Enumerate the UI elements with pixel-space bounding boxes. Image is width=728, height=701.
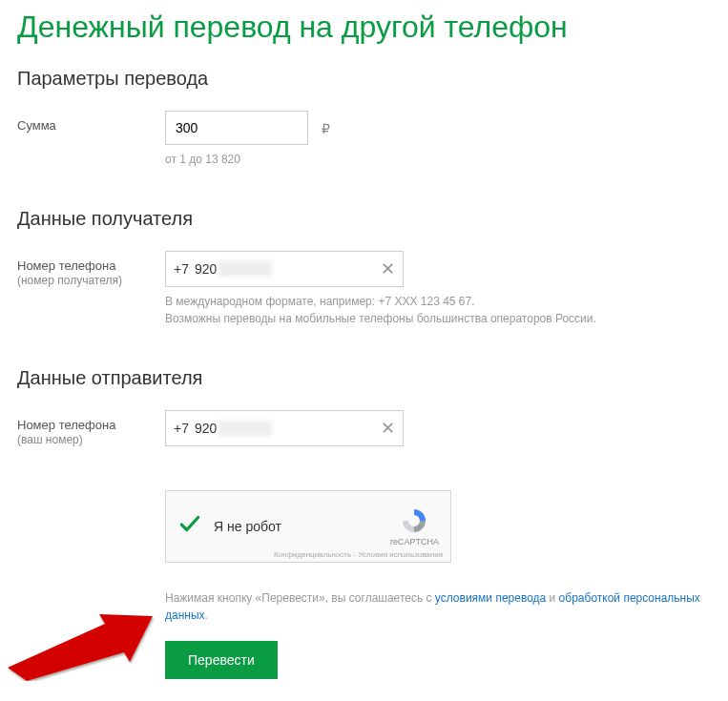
sender-phone-label: Номер телефона — [17, 418, 115, 432]
terms-link[interactable]: условиями перевода — [435, 591, 546, 605]
recipient-phone-row: Номер телефона (номер получателя) +7 920… — [17, 251, 711, 327]
redacted-blur — [218, 261, 272, 277]
submit-button[interactable]: Перевести — [165, 641, 278, 679]
section-sender-title: Данные отправителя — [17, 367, 711, 389]
recipient-phone-input[interactable]: +7 920 ✕ — [165, 251, 404, 287]
clear-icon[interactable]: ✕ — [381, 420, 395, 437]
redacted-blur — [218, 421, 272, 436]
recaptcha-widget[interactable]: Я не робот reCAPTCHA Конфиденциальность … — [165, 490, 451, 563]
amount-label: Сумма — [17, 118, 56, 133]
recipient-phone-sublabel: (номер получателя) — [17, 274, 122, 287]
checkmark-icon — [177, 511, 202, 543]
section-params-title: Параметры перевода — [17, 68, 711, 90]
recaptcha-logo: reCAPTCHA — [390, 506, 439, 546]
recaptcha-terms: Конфиденциальность - Условия использован… — [274, 550, 443, 559]
agreement-text: Нажимая кнопку «Перевести», вы соглашает… — [165, 589, 711, 624]
amount-hint: от 1 до 13 820 — [165, 151, 711, 168]
recaptcha-label: Я не робот — [214, 519, 281, 534]
phone-prefix: +7 — [174, 421, 189, 436]
phone-prefix: +7 — [174, 261, 189, 277]
ruble-icon: ₽ — [322, 121, 330, 136]
sender-phone-row: Номер телефона (ваш номер) +7 920 ✕ Я не… — [17, 410, 711, 679]
recipient-phone-label: Номер телефона — [17, 258, 115, 273]
sender-phone-value: 920 — [195, 421, 217, 436]
page-title: Денежный перевод на другой телефон — [17, 10, 711, 45]
amount-row: Сумма ₽ от 1 до 13 820 — [17, 111, 711, 168]
sender-phone-sublabel: (ваш номер) — [17, 433, 83, 446]
clear-icon[interactable]: ✕ — [381, 260, 395, 278]
recipient-phone-hint: В международном формате, например: +7 XX… — [165, 293, 711, 327]
recipient-phone-value: 920 — [195, 261, 217, 277]
sender-phone-input[interactable]: +7 920 ✕ — [165, 410, 404, 446]
amount-input[interactable] — [165, 111, 308, 145]
section-recipient-title: Данные получателя — [17, 208, 711, 230]
